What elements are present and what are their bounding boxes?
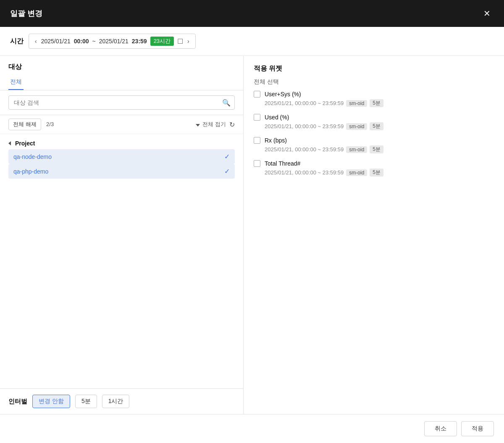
end-time: 23:59 — [132, 38, 147, 45]
widget-timerange-2: 2025/01/21, 00:00:00 ~ 23:59:59 — [265, 146, 344, 153]
interval-1hour-button[interactable]: 1시간 — [102, 395, 130, 408]
cancel-button[interactable]: 취소 — [424, 421, 457, 436]
widget-name-1: Used (%) — [265, 114, 289, 121]
widget-checkbox-1[interactable] — [254, 114, 260, 121]
controls-left: 전체 해제 2/3 — [8, 119, 54, 130]
project-label: Project — [15, 140, 35, 147]
controls-right: 전체 접기 ↻ — [196, 121, 235, 129]
collapse-all-button[interactable]: 전체 접기 — [196, 121, 226, 128]
widget-checkbox-2[interactable] — [254, 137, 260, 144]
modal-header: 일괄 변경 ✕ — [0, 0, 504, 27]
chevron-down-icon — [196, 121, 201, 128]
controls-row: 전체 해제 2/3 전체 접기 ↻ — [0, 115, 243, 134]
refresh-button[interactable]: ↻ — [229, 121, 235, 129]
apply-button[interactable]: 적용 — [461, 421, 494, 436]
widget-badge1-3: sm-oid — [346, 169, 367, 176]
time-label: 시간 — [10, 37, 24, 46]
widget-checkbox-0[interactable] — [254, 91, 260, 98]
modal-container: 일괄 변경 ✕ 시간 ‹ 2025/01/21 00:00 ~ 2025/01/… — [0, 0, 504, 443]
widget-badge2-0: 5분 — [370, 99, 383, 107]
left-panel-title: 대상 — [0, 56, 243, 75]
left-panel: 대상 전체 🔍 전체 해제 2/3 전체 접기 — [0, 56, 244, 414]
duration-badge: 23시간 — [150, 37, 174, 46]
tree-item-qa-node-demo[interactable]: qa-node-demo ✓ — [8, 149, 235, 164]
widget-header-2: Rx (bps) — [254, 137, 494, 144]
time-bar: 시간 ‹ 2025/01/21 00:00 ~ 2025/01/21 23:59… — [0, 27, 504, 56]
widget-item-widget-user-sys: User+Sys (%) 2025/01/21, 00:00:00 ~ 23:5… — [254, 91, 494, 107]
next-time-button[interactable]: › — [186, 38, 190, 45]
collapse-label: 전체 접기 — [202, 121, 226, 128]
tree-item-label: qa-node-demo — [13, 153, 52, 160]
check-icon-qa-node: ✓ — [224, 153, 230, 161]
right-panel: 적용 위젯 전체 선택 User+Sys (%) 2025/01/21, 00:… — [244, 56, 504, 414]
widget-timerange-1: 2025/01/21, 00:00:00 ~ 23:59:59 — [265, 123, 344, 129]
widget-item-widget-total-thread: Total Thread# 2025/01/21, 00:00:00 ~ 23:… — [254, 160, 494, 177]
tree-item-qa-php-demo[interactable]: qa-php-demo ✓ — [8, 164, 235, 179]
widget-timerange-0: 2025/01/21, 00:00:00 ~ 23:59:59 — [265, 100, 344, 106]
widget-header-3: Total Thread# — [254, 160, 494, 167]
search-row: 🔍 — [0, 90, 243, 115]
widget-meta-0: 2025/01/21, 00:00:00 ~ 23:59:59 sm-oid 5… — [254, 99, 494, 107]
widget-name-3: Total Thread# — [265, 160, 300, 167]
start-date: 2025/01/21 — [41, 38, 71, 45]
widget-badge1-2: sm-oid — [346, 146, 367, 153]
widget-name-0: User+Sys (%) — [265, 91, 301, 98]
start-time: 00:00 — [74, 38, 89, 45]
check-icon-qa-php: ✓ — [224, 167, 230, 175]
widget-checkbox-3[interactable] — [254, 160, 260, 167]
widget-section-title: 적용 위젯 — [254, 64, 494, 73]
selection-count: 2/3 — [46, 121, 54, 127]
widget-name-2: Rx (bps) — [265, 137, 287, 144]
widget-badge2-1: 5분 — [370, 122, 383, 130]
time-range-box: ‹ 2025/01/21 00:00 ~ 2025/01/21 23:59 23… — [29, 34, 196, 49]
interval-bar: 인터벌 변경 안함 5분 1시간 — [0, 388, 243, 414]
tree-area: Project qa-node-demo ✓ qa-php-demo ✓ — [0, 134, 243, 388]
tilde: ~ — [92, 38, 96, 45]
tabs-row: 전체 — [0, 75, 243, 90]
footer-buttons: 취소 적용 — [0, 414, 504, 443]
interval-5min-button[interactable]: 5분 — [75, 395, 97, 408]
deselect-all-button[interactable]: 전체 해제 — [8, 119, 41, 130]
close-button[interactable]: ✕ — [480, 8, 494, 19]
interval-no-change-button[interactable]: 변경 안함 — [32, 395, 70, 408]
widget-badge1-0: sm-oid — [346, 100, 367, 107]
calendar-icon[interactable]: ☐ — [177, 37, 183, 45]
widget-header-1: Used (%) — [254, 114, 494, 121]
content-area: 대상 전체 🔍 전체 해제 2/3 전체 접기 — [0, 56, 504, 414]
search-input-wrap: 🔍 — [8, 95, 235, 110]
widget-badge2-2: 5분 — [370, 145, 383, 153]
search-input[interactable] — [8, 95, 235, 110]
widget-badge1-1: sm-oid — [346, 123, 367, 130]
widget-item-widget-rx: Rx (bps) 2025/01/21, 00:00:00 ~ 23:59:59… — [254, 137, 494, 153]
widget-list: User+Sys (%) 2025/01/21, 00:00:00 ~ 23:5… — [254, 91, 494, 183]
modal-title: 일괄 변경 — [10, 8, 42, 18]
tab-all[interactable]: 전체 — [8, 75, 24, 90]
end-date: 2025/01/21 — [99, 38, 129, 45]
widget-item-widget-used: Used (%) 2025/01/21, 00:00:00 ~ 23:59:59… — [254, 114, 494, 130]
prev-time-button[interactable]: ‹ — [34, 38, 38, 45]
widget-timerange-3: 2025/01/21, 00:00:00 ~ 23:59:59 — [265, 169, 344, 176]
search-icon-button[interactable]: 🔍 — [222, 99, 231, 107]
select-all-label: 전체 선택 — [254, 78, 494, 86]
tree-chevron-icon — [8, 140, 13, 147]
widget-meta-1: 2025/01/21, 00:00:00 ~ 23:59:59 sm-oid 5… — [254, 122, 494, 130]
widget-meta-3: 2025/01/21, 00:00:00 ~ 23:59:59 sm-oid 5… — [254, 169, 494, 177]
interval-label: 인터벌 — [8, 398, 27, 406]
widget-badge2-3: 5분 — [370, 169, 383, 177]
widget-meta-2: 2025/01/21, 00:00:00 ~ 23:59:59 sm-oid 5… — [254, 145, 494, 153]
tree-item-label: qa-php-demo — [13, 168, 48, 175]
project-group-label: Project — [8, 137, 235, 149]
widget-header-0: User+Sys (%) — [254, 91, 494, 98]
